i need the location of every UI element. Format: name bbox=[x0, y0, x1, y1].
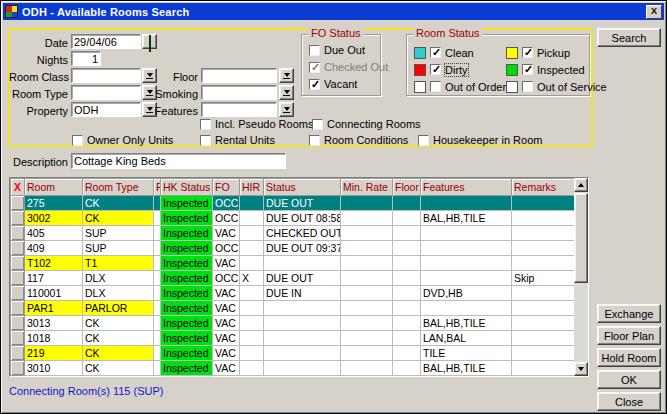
ok-button[interactable]: OK bbox=[597, 370, 661, 389]
cell-min-rate bbox=[341, 316, 393, 331]
checkbox-due-out[interactable]: Due Out bbox=[309, 44, 365, 56]
room-type-label: Room Type bbox=[9, 88, 68, 100]
cell-status bbox=[264, 316, 341, 331]
vertical-scrollbar[interactable] bbox=[574, 178, 588, 376]
cell-room: PAR1 bbox=[25, 301, 83, 316]
calendar-button[interactable] bbox=[142, 34, 157, 49]
features-input[interactable] bbox=[201, 102, 277, 117]
checkbox-room-conditions[interactable]: Room Conditions bbox=[309, 134, 408, 146]
row-selector-cell[interactable] bbox=[11, 271, 25, 286]
cell-status bbox=[264, 331, 341, 346]
floor-dropdown-button[interactable] bbox=[279, 68, 294, 83]
table-row[interactable]: 405 SUP Inspected VAC CHECKED OUT bbox=[11, 226, 575, 241]
row-selector-cell[interactable] bbox=[11, 346, 25, 361]
scroll-up-button[interactable] bbox=[574, 178, 588, 192]
smoking-dropdown-button[interactable] bbox=[279, 85, 294, 100]
checkbox-icon bbox=[309, 45, 320, 56]
hold-room-button[interactable]: Hold Room bbox=[597, 348, 661, 367]
cell-hir bbox=[240, 196, 264, 211]
checkbox-pickup[interactable]: Pickup bbox=[506, 44, 607, 61]
cell-floor bbox=[393, 286, 421, 301]
cell-r bbox=[154, 301, 161, 316]
row-selector-cell[interactable] bbox=[11, 196, 25, 211]
features-dropdown-button[interactable] bbox=[279, 102, 294, 117]
cell-hir bbox=[240, 316, 264, 331]
nights-input[interactable] bbox=[71, 51, 101, 66]
table-row[interactable]: PAR1 PARLOR Inspected VAC bbox=[11, 301, 575, 316]
cell-status bbox=[264, 301, 341, 316]
row-selector-cell[interactable] bbox=[11, 286, 25, 301]
room-type-input[interactable] bbox=[71, 85, 141, 100]
checkbox-icon bbox=[309, 62, 320, 73]
table-row[interactable]: 110001 DLX Inspected VAC DUE IN DVD,HB bbox=[11, 286, 575, 301]
smoking-input[interactable] bbox=[201, 85, 277, 100]
checkbox-dirty[interactable]: Dirty bbox=[414, 61, 506, 78]
checkbox-out-of-order[interactable]: Out of Order bbox=[414, 78, 506, 95]
cell-room-type: DLX bbox=[83, 271, 154, 286]
checkbox-vacant[interactable]: Vacant bbox=[309, 78, 357, 90]
room-status-title: Room Status bbox=[413, 27, 483, 39]
checkbox-housekeeper-in-room[interactable]: Housekeeper in Room bbox=[418, 134, 542, 146]
table-row[interactable]: 219 CK Inspected VAC TILE bbox=[11, 346, 575, 361]
cell-floor bbox=[393, 346, 421, 361]
cell-hk-status: Inspected bbox=[161, 196, 213, 211]
description-input[interactable] bbox=[71, 153, 286, 169]
fo-status-title: FO Status bbox=[308, 27, 364, 39]
cell-floor bbox=[393, 331, 421, 346]
cell-room-type: CK bbox=[83, 361, 154, 376]
titlebar[interactable]: ODH - Available Rooms Search X bbox=[3, 3, 664, 20]
table-row[interactable]: 1018 CK Inspected VAC LAN,BAL bbox=[11, 331, 575, 346]
cell-fo: VAC bbox=[213, 301, 240, 316]
checkbox-connecting-rooms[interactable]: Connecting Rooms bbox=[312, 118, 421, 130]
close-button[interactable]: Close bbox=[597, 392, 661, 411]
floor-input[interactable] bbox=[201, 68, 277, 83]
checkbox-checked-out[interactable]: Checked Out bbox=[309, 61, 388, 73]
row-selector-cell[interactable] bbox=[11, 361, 25, 376]
column-header-room: Room bbox=[25, 179, 83, 196]
date-input[interactable] bbox=[71, 34, 141, 49]
table-row[interactable]: 409 SUP Inspected OCC DUE OUT 09:37 bbox=[11, 241, 575, 256]
table-row[interactable]: 3010 CK Inspected VAC BAL,HB,TILE bbox=[11, 361, 575, 376]
row-selector-cell[interactable] bbox=[11, 316, 25, 331]
row-selector-cell[interactable] bbox=[11, 256, 25, 271]
out-of-order-color-swatch bbox=[414, 81, 426, 93]
row-selector-cell[interactable] bbox=[11, 301, 25, 316]
cell-features: BAL,HB,TILE bbox=[421, 316, 512, 331]
cell-features: TILE bbox=[421, 346, 512, 361]
features-label: Features bbox=[151, 105, 198, 117]
cell-room-type: DLX bbox=[83, 286, 154, 301]
property-label: Property bbox=[9, 105, 68, 117]
checkbox-icon bbox=[430, 47, 441, 58]
date-label: Date bbox=[9, 37, 68, 49]
cell-fo: VAC bbox=[213, 286, 240, 301]
checkbox-incl-pseudo-rooms[interactable]: Incl. Pseudo Rooms bbox=[200, 118, 313, 130]
table-row[interactable]: 117 DLX Inspected OCC X DUE OUT Skip bbox=[11, 271, 575, 286]
column-header-x: X bbox=[11, 179, 25, 196]
checkbox-out-of-service[interactable]: Out of Service bbox=[506, 78, 607, 95]
exchange-button[interactable]: Exchange bbox=[597, 304, 661, 323]
row-selector-cell[interactable] bbox=[11, 331, 25, 346]
room-class-input[interactable] bbox=[71, 68, 141, 83]
search-button[interactable]: Search bbox=[597, 28, 661, 47]
cell-floor bbox=[393, 241, 421, 256]
row-selector-cell[interactable] bbox=[11, 211, 25, 226]
checkbox-owner-only-units[interactable]: Owner Only Units bbox=[72, 134, 173, 146]
clean-color-swatch bbox=[414, 47, 426, 59]
cell-hir bbox=[240, 211, 264, 226]
row-selector-cell[interactable] bbox=[11, 241, 25, 256]
table-row[interactable]: 275 CK Inspected OCC DUE OUT bbox=[11, 196, 575, 211]
table-row[interactable]: 3013 CK Inspected VAC BAL,HB,TILE bbox=[11, 316, 575, 331]
checkbox-inspected[interactable]: Inspected bbox=[506, 61, 607, 78]
scroll-down-button[interactable] bbox=[574, 362, 588, 376]
room-status-group: Room Status Clean Pickup Dirty Inspected… bbox=[406, 34, 590, 96]
row-selector-cell[interactable] bbox=[11, 226, 25, 241]
floor-plan-button[interactable]: Floor Plan bbox=[597, 326, 661, 345]
property-input[interactable] bbox=[71, 102, 141, 117]
table-row[interactable]: 3002 CK Inspected OCC DUE OUT 08:58 BAL,… bbox=[11, 211, 575, 226]
table-row[interactable]: T102 T1 Inspected VAC bbox=[11, 256, 575, 271]
checkbox-rental-units[interactable]: Rental Units bbox=[200, 134, 275, 146]
checkbox-clean[interactable]: Clean bbox=[414, 44, 506, 61]
cell-status bbox=[264, 256, 341, 271]
window-close-button[interactable]: X bbox=[646, 5, 662, 19]
scrollbar-thumb[interactable] bbox=[574, 193, 588, 283]
